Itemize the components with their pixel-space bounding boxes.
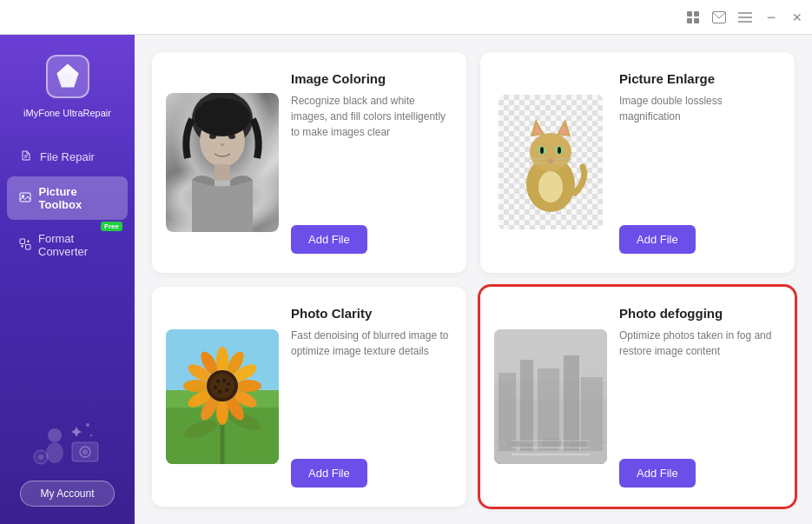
svg-point-68	[214, 386, 217, 389]
svg-point-13	[46, 442, 63, 463]
svg-point-49	[216, 347, 228, 373]
photo-clarity-desc: Fast denoising of blurred image to optim…	[291, 328, 452, 359]
svg-point-15	[89, 434, 92, 437]
svg-rect-11	[26, 244, 31, 249]
sidebar-item-file-repair[interactable]: File Repair	[7, 141, 128, 173]
svg-point-36	[558, 147, 561, 154]
svg-rect-0	[687, 11, 692, 17]
picture-enlarge-desc: Image double lossless magnification	[619, 93, 781, 124]
menu-icon[interactable]	[737, 10, 753, 25]
sunflower-image	[166, 329, 279, 464]
photo-defogging-text: Photo defogging Optimize photos taken in…	[619, 306, 781, 449]
sidebar-item-label-file-repair: File Repair	[40, 150, 95, 163]
feature-card-image-coloring: Image Coloring Recognize black and white…	[152, 52, 466, 273]
sidebar-bottom: My Account	[0, 418, 135, 507]
sidebar-item-label-picture-toolbox: Picture Toolbox	[39, 185, 116, 211]
picture-enlarge-add-file-button[interactable]: Add File	[619, 225, 696, 254]
svg-point-20	[38, 454, 43, 460]
image-coloring-desc: Recognize black and white images, and fi…	[291, 93, 452, 140]
svg-point-42	[538, 171, 563, 202]
photo-clarity-text: Photo Clarity Fast denoising of blurred …	[291, 306, 452, 449]
svg-point-12	[48, 428, 62, 442]
my-account-button[interactable]: My Account	[20, 481, 114, 507]
svg-point-55	[216, 399, 228, 425]
content-area: Image Coloring Recognize black and white…	[135, 35, 812, 524]
svg-point-28	[530, 133, 571, 171]
sidebar-nav: File Repair Picture Toolbox Free	[0, 141, 135, 267]
svg-rect-23	[215, 164, 230, 180]
picture-enlarge-info: Picture Enlarge Image double lossless ma…	[619, 68, 781, 257]
svg-point-62	[210, 374, 234, 398]
free-badge: Free	[101, 222, 122, 231]
app-logo	[43, 52, 91, 100]
format-converter-icon	[19, 238, 31, 253]
svg-point-58	[183, 380, 209, 392]
svg-point-63	[216, 380, 220, 383]
photo-defogging-desc: Optimize photos taken in fog and restore…	[619, 328, 781, 359]
photo-defogging-add-file-button[interactable]: Add File	[619, 459, 696, 488]
svg-point-67	[218, 390, 221, 394]
cat-enlarge-image	[498, 95, 603, 229]
feature-card-picture-enlarge: Picture Enlarge Image double lossless ma…	[480, 52, 795, 273]
logo-diamond	[46, 55, 89, 98]
photo-clarity-add-file-button[interactable]: Add File	[291, 459, 367, 488]
svg-rect-2	[687, 18, 692, 23]
feature-card-photo-clarity: Photo Clarity Fast denoising of blurred …	[152, 287, 466, 507]
svg-rect-1	[694, 11, 699, 17]
foggy-city-image	[494, 329, 607, 464]
svg-point-65	[227, 382, 230, 386]
photo-defogging-thumbnail	[494, 327, 607, 466]
sidebar: iMyFone UltraRepair File Repair	[0, 35, 135, 524]
svg-rect-3	[694, 18, 699, 23]
image-coloring-text: Image Coloring Recognize black and white…	[291, 71, 452, 215]
svg-point-35	[540, 147, 544, 154]
image-coloring-title: Image Coloring	[291, 71, 452, 86]
image-coloring-add-file-button[interactable]: Add File	[291, 225, 367, 254]
svg-point-64	[222, 379, 226, 382]
picture-enlarge-thumbnail	[494, 93, 607, 232]
photo-clarity-thumbnail	[166, 327, 279, 466]
image-coloring-thumbnail	[166, 93, 279, 232]
svg-rect-10	[20, 239, 25, 244]
svg-point-52	[235, 380, 261, 392]
sidebar-illustration	[29, 418, 107, 470]
photo-defogging-title: Photo defogging	[619, 306, 781, 321]
picture-toolbox-icon	[19, 191, 32, 206]
svg-point-66	[225, 388, 228, 392]
title-bar-buttons: − ✕	[685, 10, 805, 25]
svg-point-14	[86, 423, 89, 427]
minimize-button[interactable]: −	[763, 10, 779, 25]
close-button[interactable]: ✕	[789, 10, 805, 25]
picture-enlarge-title: Picture Enlarge	[619, 71, 781, 86]
file-repair-icon	[19, 149, 33, 164]
sidebar-item-format-converter[interactable]: Free Format Converter	[7, 223, 128, 267]
grid-icon[interactable]	[685, 10, 701, 25]
title-bar: − ✕	[0, 0, 812, 35]
main-layout: iMyFone UltraRepair File Repair	[0, 35, 812, 524]
feature-card-photo-defogging: Photo defogging Optimize photos taken in…	[480, 287, 795, 507]
svg-point-18	[83, 449, 88, 454]
picture-enlarge-text: Picture Enlarge Image double lossless ma…	[619, 71, 781, 215]
svg-point-26	[195, 98, 250, 136]
photo-clarity-info: Photo Clarity Fast denoising of blurred …	[291, 302, 452, 492]
svg-point-9	[22, 195, 24, 197]
photo-clarity-title: Photo Clarity	[291, 306, 452, 321]
app-name: iMyFone UltraRepair	[23, 107, 111, 119]
svg-rect-82	[494, 329, 607, 464]
sidebar-item-label-format-converter: Format Converter	[38, 232, 116, 258]
mail-icon[interactable]	[711, 10, 727, 25]
photo-defogging-info: Photo defogging Optimize photos taken in…	[619, 302, 781, 492]
image-coloring-info: Image Coloring Recognize black and white…	[291, 68, 452, 257]
grayscale-woman-image	[166, 93, 279, 232]
sidebar-item-picture-toolbox[interactable]: Picture Toolbox	[7, 176, 128, 220]
